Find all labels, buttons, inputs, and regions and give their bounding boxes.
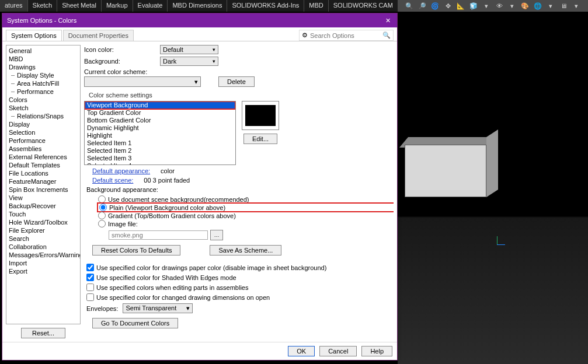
- ribbon-tab[interactable]: MBD Dimensions: [168, 0, 227, 12]
- color-setting-item[interactable]: Highlight: [85, 132, 235, 139]
- hide-show-icon[interactable]: 👁: [495, 1, 504, 10]
- sidebar-item[interactable]: Selection: [6, 128, 80, 136]
- background-dropdown[interactable]: Dark ▾: [160, 57, 218, 66]
- titlebar: System Options - Colors ✕: [2, 13, 397, 27]
- search-options[interactable]: ⚙ 🔍: [299, 30, 394, 41]
- color-setting-item[interactable]: Top Gradient Color: [85, 109, 235, 117]
- zoom-area-icon[interactable]: 🔎: [417, 1, 427, 10]
- colors-panel: Icon color: Default ▾ Background: Dark ▾…: [84, 45, 394, 338]
- ribbon-tab[interactable]: Sketch: [28, 0, 57, 12]
- caret-icon[interactable]: ▾: [482, 1, 491, 10]
- caret-icon[interactable]: ▾: [546, 1, 555, 10]
- sidebar-item[interactable]: General: [6, 47, 80, 55]
- sidebar-item[interactable]: File Locations: [6, 169, 80, 177]
- tab-system-options[interactable]: System Options: [6, 30, 62, 41]
- rotate-icon[interactable]: 🌀: [430, 1, 440, 10]
- viewport-3d[interactable]: [398, 12, 588, 364]
- check-paper-color[interactable]: Use specified color for drawings paper c…: [84, 264, 394, 271]
- ok-button[interactable]: OK: [288, 346, 315, 356]
- radio-gradient[interactable]: Gradient (Top/Bottom Gradient colors abo…: [98, 212, 394, 219]
- sidebar-item[interactable]: Display Style: [6, 71, 80, 79]
- image-file-input[interactable]: [109, 230, 208, 240]
- sidebar-item[interactable]: Display: [6, 120, 80, 128]
- default-scene-link[interactable]: Default scene:: [92, 177, 133, 184]
- color-setting-item[interactable]: Selected Item 1: [85, 139, 235, 147]
- sidebar-item[interactable]: Assemblies: [6, 145, 80, 153]
- pan-icon[interactable]: ✥: [443, 1, 453, 10]
- go-document-colors-button[interactable]: Go To Document Colors: [92, 318, 178, 328]
- sidebar-item[interactable]: Touch: [6, 210, 80, 218]
- sidebar-item[interactable]: Drawings: [6, 63, 80, 71]
- reset-colors-button[interactable]: Reset Colors To Defaults: [92, 245, 180, 256]
- gear-icon: ⚙: [302, 32, 308, 39]
- sidebar-item[interactable]: Area Hatch/Fill: [6, 79, 80, 88]
- help-button[interactable]: Help: [361, 346, 392, 356]
- ribbon-tab[interactable]: atures: [0, 0, 27, 12]
- model-cube[interactable]: [405, 137, 498, 195]
- color-setting-item[interactable]: Selected Item 3: [85, 155, 235, 162]
- check-changed-dims[interactable]: Use specified color for changed drawing …: [84, 293, 394, 301]
- sidebar-item[interactable]: Import: [6, 259, 80, 267]
- search-input[interactable]: [310, 32, 380, 39]
- caret-icon[interactable]: ▾: [507, 1, 517, 10]
- edit-color-button[interactable]: Edit...: [243, 134, 277, 144]
- scheme-dropdown[interactable]: ▾: [84, 76, 201, 87]
- color-settings-list[interactable]: Viewport BackgroundTop Gradient ColorBot…: [84, 101, 236, 165]
- sidebar-item[interactable]: Performance: [6, 88, 80, 96]
- radio-image[interactable]: Image file:: [98, 220, 394, 228]
- sidebar-item[interactable]: Relations/Snaps: [6, 112, 80, 120]
- reset-button[interactable]: Reset...: [21, 328, 65, 338]
- ribbon-tab[interactable]: SOLIDWORKS Add-Ins: [227, 0, 304, 12]
- sidebar-item[interactable]: FeatureManager: [6, 177, 80, 186]
- tab-row: System Options Document Properties ⚙ 🔍: [2, 27, 397, 41]
- search-icon[interactable]: 🔍: [382, 32, 391, 39]
- radio-label: Plain (Viewport Background color above): [109, 204, 225, 211]
- tab-document-properties[interactable]: Document Properties: [63, 30, 134, 41]
- radio-plain[interactable]: Plain (Viewport Background color above): [98, 204, 394, 211]
- save-scheme-button[interactable]: Save As Scheme...: [210, 245, 281, 256]
- color-setting-item[interactable]: Dynamic Highlight: [85, 124, 235, 132]
- cancel-button[interactable]: Cancel: [319, 346, 357, 356]
- render-icon[interactable]: 🖥: [559, 1, 568, 10]
- default-appearance-link[interactable]: Default appearance:: [92, 167, 150, 174]
- scene-icon[interactable]: 🌐: [533, 1, 542, 10]
- envelopes-dropdown[interactable]: Semi Transparent ▾: [123, 303, 193, 313]
- icon-color-dropdown[interactable]: Default ▾: [160, 45, 218, 54]
- sidebar-item[interactable]: Backup/Recover: [6, 202, 80, 210]
- sidebar-item[interactable]: Performance: [6, 136, 80, 145]
- sidebar-item[interactable]: Hole Wizard/Toolbox: [6, 218, 80, 226]
- check-editing-parts[interactable]: Use specified colors when editing parts …: [84, 284, 394, 291]
- sidebar-item[interactable]: MBD: [6, 55, 80, 63]
- zoom-fit-icon[interactable]: 🔍: [405, 1, 414, 10]
- sidebar-item[interactable]: File Explorer: [6, 226, 80, 235]
- delete-button[interactable]: Delete: [218, 76, 255, 87]
- sidebar-item[interactable]: Collaboration: [6, 243, 80, 251]
- appearance-icon[interactable]: 🎨: [520, 1, 530, 10]
- section-icon[interactable]: 📐: [456, 1, 465, 10]
- ribbon-tab[interactable]: Markup: [102, 0, 133, 12]
- ribbon-tab[interactable]: Sheet Metal: [57, 0, 101, 12]
- sidebar-item[interactable]: Spin Box Increments: [6, 186, 80, 194]
- check-shaded-edges[interactable]: Use specified color for Shaded With Edge…: [84, 274, 394, 281]
- category-list[interactable]: GeneralMBDDrawingsDisplay StyleArea Hatc…: [6, 45, 81, 324]
- display-style-icon[interactable]: 🧊: [469, 1, 478, 10]
- ribbon-tab[interactable]: SOLIDWORKS CAM: [329, 0, 398, 12]
- sidebar-item[interactable]: External References: [6, 153, 80, 161]
- color-setting-item[interactable]: Selected Item 2: [85, 147, 235, 155]
- sidebar-item[interactable]: Sketch: [6, 104, 80, 112]
- sidebar-item[interactable]: View: [6, 194, 80, 202]
- sidebar-item[interactable]: Default Templates: [6, 161, 80, 169]
- radio-doc-scene[interactable]: Use document scene background(recommende…: [98, 195, 394, 203]
- sidebar-item[interactable]: Messages/Errors/Warnings: [6, 251, 80, 259]
- sidebar-item[interactable]: Export: [6, 267, 80, 275]
- sidebar-item[interactable]: Colors: [6, 96, 80, 104]
- ribbon-tab[interactable]: MBD: [304, 0, 328, 12]
- browse-button[interactable]: …: [210, 230, 223, 240]
- color-setting-item[interactable]: Bottom Gradient Color: [85, 117, 235, 124]
- close-icon[interactable]: ✕: [383, 16, 392, 25]
- caret-icon[interactable]: ▾: [572, 1, 581, 10]
- ribbon-tab[interactable]: Evaluate: [133, 0, 168, 12]
- color-setting-item[interactable]: Viewport Background: [85, 102, 235, 109]
- color-setting-item[interactable]: Selected Item 4: [85, 162, 235, 165]
- sidebar-item[interactable]: Search: [6, 235, 80, 243]
